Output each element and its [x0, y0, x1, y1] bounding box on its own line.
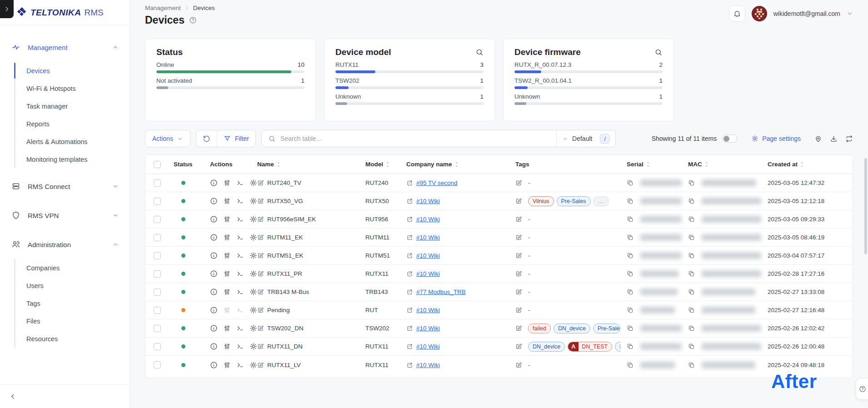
table-toggle[interactable]: [722, 134, 738, 143]
edit-tags-icon[interactable]: [515, 307, 522, 313]
edit-tags-icon[interactable]: [515, 343, 522, 350]
copy-serial-icon[interactable]: [627, 325, 634, 332]
column-header-company-name[interactable]: Company name: [400, 161, 509, 168]
edit-name-icon[interactable]: [257, 307, 264, 313]
company-link[interactable]: #10 Wiki: [416, 307, 440, 313]
select-all-checkbox[interactable]: [154, 161, 161, 168]
sidebar-item-resources[interactable]: Resources: [15, 330, 130, 348]
external-link-icon[interactable]: [406, 362, 413, 368]
edit-tags-icon[interactable]: [515, 270, 522, 277]
copy-serial-icon[interactable]: [627, 343, 634, 350]
row-checkbox[interactable]: [154, 325, 161, 332]
user-menu-chevron-icon[interactable]: [847, 10, 853, 17]
external-link-icon[interactable]: [406, 270, 413, 277]
column-header-mac[interactable]: MAC: [682, 161, 761, 168]
copy-serial-icon[interactable]: [627, 362, 634, 368]
sidebar-collapse-button[interactable]: [9, 393, 17, 400]
sidebar-section-management[interactable]: Management: [0, 39, 130, 55]
edit-tags-icon[interactable]: [515, 216, 522, 223]
sidebar-item-files[interactable]: Files: [15, 312, 130, 330]
company-link[interactable]: #10 Wiki: [416, 270, 440, 277]
copy-serial-icon[interactable]: [627, 234, 634, 241]
external-link-icon[interactable]: [406, 289, 413, 295]
sidebar-expand-button[interactable]: [0, 0, 14, 18]
sidebar-item-tags[interactable]: Tags: [15, 294, 130, 312]
device-config-icon[interactable]: [223, 197, 231, 205]
edit-tags-icon[interactable]: [515, 198, 522, 204]
device-config-icon[interactable]: [223, 361, 231, 369]
device-config-icon[interactable]: [223, 179, 231, 187]
copy-serial-icon[interactable]: [627, 216, 634, 223]
company-link[interactable]: #77 Modbus_TRB: [416, 289, 466, 295]
device-info-icon[interactable]: [210, 215, 218, 223]
device-terminal-icon[interactable]: [236, 288, 244, 296]
edit-tags-icon[interactable]: [515, 362, 522, 368]
avatar[interactable]: [752, 6, 767, 21]
row-checkbox[interactable]: [154, 216, 161, 223]
device-terminal-icon[interactable]: [236, 270, 244, 278]
device-info-icon[interactable]: [210, 361, 218, 369]
company-link[interactable]: #10 Wiki: [416, 362, 440, 368]
external-link-icon[interactable]: [406, 325, 413, 332]
device-terminal-icon[interactable]: [236, 343, 244, 350]
copy-mac-icon[interactable]: [688, 252, 695, 259]
company-link[interactable]: #10 Wiki: [416, 198, 440, 204]
column-header-serial[interactable]: Serial: [620, 161, 682, 168]
tag-dn-device[interactable]: DN_device: [528, 342, 565, 352]
edit-name-icon[interactable]: [257, 198, 264, 204]
search-icon[interactable]: [475, 48, 484, 56]
device-config-icon[interactable]: [223, 324, 231, 332]
sidebar-item-companies[interactable]: Companies: [15, 259, 130, 277]
sidebar-item-alerts-automations[interactable]: Alerts & Automations: [15, 133, 130, 150]
actions-button[interactable]: Actions: [145, 130, 190, 147]
download-icon[interactable]: [830, 135, 838, 143]
device-terminal-icon[interactable]: [236, 324, 244, 332]
copy-mac-icon[interactable]: [688, 179, 695, 186]
breadcrumb-parent[interactable]: Management: [145, 5, 181, 11]
more-tags-button[interactable]: ...: [594, 196, 609, 206]
sidebar-item-wi-fi-hotspots[interactable]: Wi-Fi & Hotspots: [15, 80, 130, 97]
sort-icon[interactable]: [704, 161, 709, 168]
row-checkbox[interactable]: [154, 234, 161, 241]
sidebar-item-devices[interactable]: Devices: [15, 62, 130, 80]
edit-name-icon[interactable]: [257, 325, 264, 332]
tag-vilnius[interactable]: Vilnius: [528, 196, 554, 206]
device-config-icon[interactable]: [223, 288, 231, 296]
external-link-icon[interactable]: [406, 216, 413, 223]
copy-serial-icon[interactable]: [627, 198, 634, 204]
copy-serial-icon[interactable]: [627, 179, 634, 186]
sidebar-item-monitoring-templates[interactable]: Monitoring templates: [15, 150, 130, 168]
device-info-icon[interactable]: [210, 343, 218, 350]
copy-mac-icon[interactable]: [688, 307, 695, 313]
sort-icon[interactable]: [800, 161, 804, 168]
filter-button[interactable]: Filter: [217, 130, 255, 147]
tag-dn-device[interactable]: DN_device: [554, 323, 590, 333]
device-info-icon[interactable]: [210, 306, 218, 314]
company-link[interactable]: #10 Wiki: [416, 234, 440, 241]
row-checkbox[interactable]: [154, 270, 161, 278]
sort-icon[interactable]: [276, 161, 281, 168]
device-info-icon[interactable]: [210, 197, 218, 205]
copy-mac-icon[interactable]: [688, 216, 695, 223]
row-checkbox[interactable]: [154, 198, 161, 205]
device-info-icon[interactable]: [210, 234, 218, 241]
sidebar-item-reports[interactable]: Reports: [15, 115, 130, 133]
edit-tags-icon[interactable]: [515, 252, 522, 259]
row-checkbox[interactable]: [154, 289, 161, 296]
copy-serial-icon[interactable]: [627, 270, 634, 277]
sort-icon[interactable]: [454, 161, 459, 168]
company-link[interactable]: #10 Wiki: [416, 252, 440, 259]
search-input[interactable]: [280, 130, 556, 147]
device-terminal-icon[interactable]: [236, 215, 244, 223]
edit-name-icon[interactable]: [257, 252, 264, 259]
row-checkbox[interactable]: [154, 307, 161, 314]
user-email[interactable]: wikidemotlt@gmail.com: [773, 10, 840, 17]
row-checkbox[interactable]: [154, 343, 161, 350]
edit-tags-icon[interactable]: [515, 289, 522, 295]
copy-serial-icon[interactable]: [627, 252, 634, 259]
sidebar-section-administration[interactable]: Administration: [0, 236, 130, 253]
device-info-icon[interactable]: [210, 270, 218, 278]
device-terminal-icon[interactable]: [236, 179, 244, 187]
tag-pre-sales[interactable]: Pre-Sales: [615, 342, 620, 352]
device-config-icon[interactable]: [223, 343, 231, 350]
